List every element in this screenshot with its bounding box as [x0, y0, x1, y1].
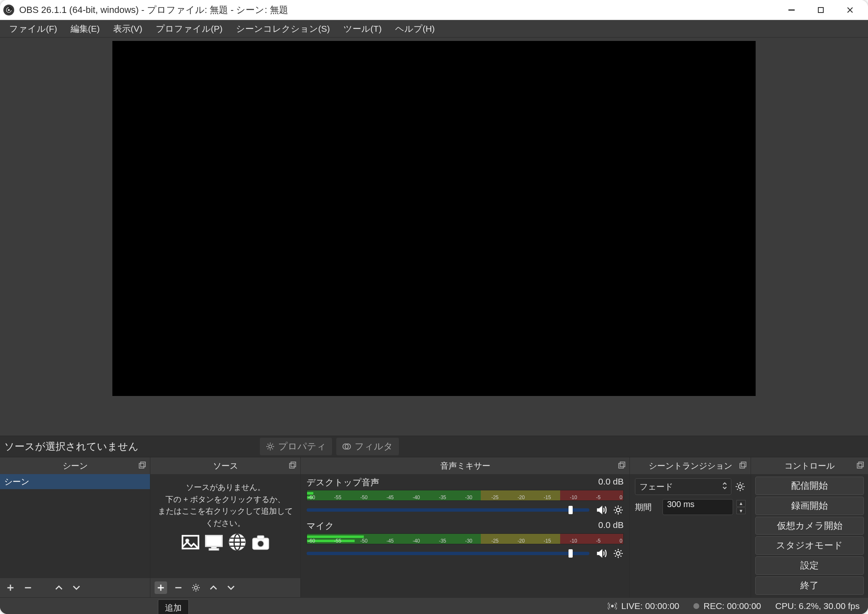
- meter-tick: -60: [308, 538, 315, 544]
- controls-dock: コントロール 配信開始 録画開始 仮想カメラ開始 スタジオモード 設定 終了: [751, 457, 868, 597]
- volume-slider[interactable]: [307, 508, 589, 512]
- remove-source-button[interactable]: [172, 581, 185, 594]
- preview-canvas[interactable]: [112, 41, 756, 396]
- channel-settings-icon[interactable]: [613, 548, 624, 559]
- status-rec-text: REC: 00:00:00: [703, 601, 761, 611]
- meter-ticks: -60-55-50-45-40-35-30-25-20-15-10-50: [307, 534, 623, 544]
- settings-button[interactable]: 設定: [755, 556, 864, 575]
- move-scene-up-button[interactable]: [53, 581, 65, 594]
- move-source-up-button[interactable]: [207, 581, 220, 594]
- status-live-text: LIVE: 00:00:00: [621, 601, 679, 611]
- start-virtualcam-button[interactable]: 仮想カメラ開始: [755, 517, 864, 535]
- sources-dock: ソース ソースがありません。 下の + ボタンをクリックするか、 またはここを右…: [150, 457, 301, 597]
- speaker-icon[interactable]: [595, 548, 607, 559]
- svg-point-4: [269, 445, 272, 448]
- chevron-up-icon[interactable]: ▲: [736, 500, 746, 507]
- remove-scene-button[interactable]: [22, 581, 34, 594]
- channel-settings-icon[interactable]: [613, 505, 624, 515]
- meter-tick: -40: [413, 538, 420, 544]
- scene-item[interactable]: シーン: [0, 474, 150, 489]
- popout-icon[interactable]: [856, 462, 864, 469]
- menu-file[interactable]: ファイル(F): [3, 20, 64, 38]
- studio-mode-button[interactable]: スタジオモード: [755, 536, 864, 555]
- channel-name: マイク: [307, 520, 334, 532]
- minimize-button[interactable]: [777, 0, 806, 20]
- meter-tick: -60: [308, 495, 315, 500]
- add-source-button[interactable]: [155, 581, 167, 594]
- display-source-icon: [204, 533, 223, 552]
- move-scene-down-button[interactable]: [70, 581, 83, 594]
- svg-rect-2: [789, 10, 794, 10]
- menu-profile[interactable]: プロファイル(P): [149, 20, 229, 38]
- meter-tick: -30: [465, 538, 472, 544]
- camera-source-icon: [251, 533, 270, 552]
- scenes-list[interactable]: シーン: [0, 474, 150, 578]
- meter-tick: -20: [518, 538, 525, 544]
- slider-thumb[interactable]: [569, 549, 573, 558]
- start-recording-button[interactable]: 録画開始: [755, 497, 864, 515]
- meter-tick: -40: [413, 495, 420, 500]
- svg-rect-8: [141, 462, 145, 467]
- obs-window: OBS 26.1.1 (64-bit, windows) - プロファイル: 無…: [0, 0, 868, 614]
- source-properties-button[interactable]: [190, 581, 202, 594]
- svg-point-25: [617, 508, 620, 512]
- meter-tick: -35: [439, 538, 446, 544]
- meter-tick: -10: [570, 495, 577, 500]
- popout-icon[interactable]: [739, 462, 746, 469]
- obs-app-icon: [3, 5, 14, 15]
- close-button[interactable]: [835, 0, 865, 20]
- svg-rect-10: [291, 462, 296, 467]
- duration-label: 期間: [635, 502, 659, 513]
- menu-tools[interactable]: ツール(T): [337, 20, 388, 38]
- meter-tick: -5: [596, 538, 601, 544]
- mixer-channel-mic: マイク 0.0 dB -60-55-50-45-40-35-30-25-20-1…: [301, 518, 629, 561]
- mixer-dock: 音声ミキサー デスクトップ音声 0.0 dB -60-55-50-45-40-3…: [301, 457, 630, 597]
- menu-help[interactable]: ヘルプ(H): [388, 20, 442, 38]
- image-source-icon: [181, 533, 200, 552]
- menubar: ファイル(F) 編集(E) 表示(V) プロファイル(P) シーンコレクション(…: [0, 20, 868, 38]
- meter-ticks: -60-55-50-45-40-35-30-25-20-15-10-50: [307, 490, 623, 500]
- controls-header: コントロール: [751, 457, 868, 474]
- start-streaming-button[interactable]: 配信開始: [755, 477, 864, 495]
- maximize-button[interactable]: [806, 0, 835, 20]
- svg-rect-23: [619, 464, 623, 468]
- scenes-footer: [0, 578, 150, 597]
- browser-source-icon: [228, 533, 247, 552]
- controls-title: コントロール: [784, 460, 835, 472]
- meter-tick: -5: [596, 495, 601, 500]
- popout-icon[interactable]: [138, 462, 146, 469]
- sources-list[interactable]: ソースがありません。 下の + ボタンをクリックするか、 またはここを右クリック…: [150, 474, 300, 578]
- sources-header: ソース: [150, 457, 300, 474]
- exit-button[interactable]: 終了: [755, 576, 864, 595]
- status-live: LIVE: 00:00:00: [608, 601, 679, 611]
- transitions-title: シーントランジション: [649, 460, 732, 472]
- meter-tick: 0: [619, 495, 622, 500]
- svg-rect-20: [257, 536, 264, 539]
- svg-point-1: [8, 9, 10, 11]
- popout-icon[interactable]: [289, 462, 296, 469]
- duration-input[interactable]: 300 ms: [662, 499, 733, 515]
- chevron-down-icon[interactable]: ▼: [736, 507, 746, 514]
- duration-value: 300 ms: [667, 500, 695, 509]
- filter-button[interactable]: フィルタ: [336, 438, 399, 455]
- slider-thumb[interactable]: [569, 506, 573, 514]
- speaker-icon[interactable]: [595, 504, 607, 516]
- menu-view[interactable]: 表示(V): [107, 20, 149, 38]
- popout-icon[interactable]: [618, 462, 625, 469]
- meter-tick: -45: [386, 495, 393, 500]
- window-title: OBS 26.1.1 (64-bit, windows) - プロファイル: 無…: [19, 4, 288, 16]
- volume-slider[interactable]: [307, 552, 589, 555]
- properties-button[interactable]: プロパティ: [260, 438, 332, 455]
- svg-point-32: [612, 605, 614, 607]
- broadcast-icon: [608, 601, 617, 611]
- meter-tick: -55: [334, 495, 341, 500]
- transition-settings-icon[interactable]: [735, 481, 746, 492]
- filter-icon: [342, 442, 351, 451]
- menu-edit[interactable]: 編集(E): [64, 20, 107, 38]
- sources-empty-line: ソースがありません。: [155, 482, 295, 494]
- move-source-down-button[interactable]: [225, 581, 237, 594]
- duration-stepper[interactable]: ▲ ▼: [736, 500, 746, 514]
- add-scene-button[interactable]: [4, 581, 17, 594]
- menu-scene-collection[interactable]: シーンコレクション(S): [229, 20, 337, 38]
- transition-select[interactable]: フェード: [635, 478, 731, 495]
